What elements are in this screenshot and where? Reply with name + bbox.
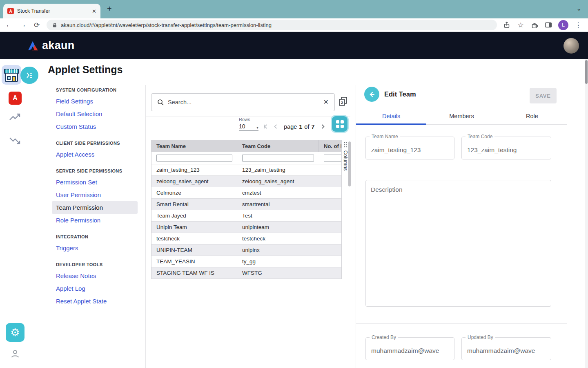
- share-icon[interactable]: [503, 21, 511, 29]
- tab-role[interactable]: Role: [497, 108, 567, 124]
- account-person-icon[interactable]: [10, 349, 20, 359]
- menu-section-client-side-permissions: CLIENT SIDE PERMISSIONS Applet Access: [52, 141, 138, 161]
- menu-section-title: SERVER SIDE PERMISSIONS: [56, 168, 138, 173]
- expand-menu-icon: [25, 71, 33, 79]
- sidebar-item-release-notes[interactable]: Release Notes: [52, 269, 138, 282]
- expand-sidebar-button[interactable]: [20, 67, 38, 84]
- akaun-logo[interactable]: akaun: [26, 39, 75, 52]
- column-header-no-of-members[interactable]: No. of Me: [319, 140, 342, 152]
- team-permission-table: Team Name Team Code No. of Me zaim_testi…: [151, 140, 342, 279]
- filter-input-team-name[interactable]: [156, 155, 232, 162]
- reload-icon[interactable]: ⟳: [33, 21, 41, 29]
- sidebar-item-triggers[interactable]: Triggers: [52, 242, 138, 254]
- bookmark-star-icon[interactable]: ☆: [517, 21, 525, 29]
- settings-gear-button[interactable]: ⚙: [6, 323, 24, 342]
- tab-title: Stock Transfer: [17, 8, 89, 14]
- sidebar-item-reset-applet-state[interactable]: Reset Applet State: [52, 295, 138, 307]
- sidebar-item-field-settings[interactable]: Field Settings: [52, 95, 138, 108]
- back-button[interactable]: [364, 87, 379, 102]
- page-title: Applet Settings: [48, 64, 122, 76]
- user-avatar[interactable]: [564, 38, 579, 54]
- page-scrollbar-track[interactable]: [585, 59, 588, 368]
- tab-members[interactable]: Members: [426, 108, 497, 124]
- team-name-field: Team Name: [365, 137, 454, 159]
- sidebar-item-default-selection[interactable]: Default Selection: [52, 108, 138, 120]
- description-textarea[interactable]: [366, 180, 551, 306]
- menu-section-title: DEVELOPER TOOLS: [56, 262, 138, 267]
- columns-label: Columns: [343, 150, 348, 171]
- search-input[interactable]: [168, 99, 319, 105]
- search-box: ✕: [151, 93, 335, 111]
- tab-close-icon[interactable]: ✕: [92, 9, 96, 14]
- duplicate-view-icon[interactable]: 2: [338, 96, 348, 106]
- browser-tab[interactable]: A Stock Transfer ✕: [3, 4, 100, 18]
- team-code-input[interactable]: [462, 137, 551, 159]
- clear-search-icon[interactable]: ✕: [323, 99, 329, 105]
- table-scrollbar[interactable]: [348, 141, 351, 186]
- table-row[interactable]: Celmonze cmztest: [151, 187, 342, 199]
- table-row[interactable]: TEAM_YEASIN ty_gg: [151, 256, 342, 267]
- trending-down-icon[interactable]: [9, 135, 20, 146]
- page-indicator: page 1 of 7: [284, 123, 315, 130]
- sidebar-item-applet-access[interactable]: Applet Access: [52, 148, 138, 161]
- pdf-applet-icon[interactable]: A: [9, 92, 22, 105]
- screen: A Stock Transfer ✕ + ⌄ ← → ⟳ akaun.cloud…: [0, 0, 588, 368]
- columns-panel-toggle[interactable]: Columns: [343, 141, 348, 171]
- save-button[interactable]: SAVE: [530, 88, 557, 103]
- stock-transfer-applet-icon[interactable]: [2, 66, 20, 84]
- browser-menu-kebab-icon[interactable]: ⋮: [574, 21, 582, 29]
- team-name-input[interactable]: [366, 137, 454, 159]
- tab-details[interactable]: Details: [356, 108, 426, 124]
- table-row[interactable]: STAGING TEAM WF IS WFSTG: [151, 267, 342, 279]
- url-text: akaun.cloud/#/applet/tnt/wavelet/erp/sto…: [61, 22, 272, 28]
- logo-text: akaun: [42, 39, 75, 52]
- menu-section-title: INTEGRATION: [56, 234, 138, 239]
- extensions-puzzle-icon[interactable]: [530, 21, 539, 29]
- sidebar-item-team-permission[interactable]: Team Permission: [52, 201, 138, 214]
- drag-grip-icon: [343, 141, 347, 148]
- sidebar-item-user-permission[interactable]: User Permission: [52, 188, 138, 201]
- sidebar-item-applet-log[interactable]: Applet Log: [52, 282, 138, 295]
- created-by-input[interactable]: [366, 338, 454, 360]
- table-header-row: Team Name Team Code No. of Me: [151, 140, 342, 152]
- sidebar-item-permission-set[interactable]: Permission Set: [52, 176, 138, 188]
- grid-view-button[interactable]: [332, 116, 347, 132]
- menu-section-title: SYSTEM CONFIGURATION: [56, 88, 138, 92]
- sidebar-item-custom-status[interactable]: Custom Status: [52, 120, 138, 133]
- table-row[interactable]: Unipin Team unipinteam: [151, 222, 342, 233]
- browser-toolbar: ← → ⟳ akaun.cloud/#/applet/tnt/wavelet/e…: [0, 18, 588, 32]
- trending-up-icon[interactable]: [9, 112, 20, 123]
- updated-by-input[interactable]: [462, 338, 551, 360]
- side-panel-icon[interactable]: [544, 21, 552, 29]
- forward-icon[interactable]: →: [19, 21, 27, 29]
- prev-page-button[interactable]: [272, 123, 279, 130]
- divider-panels: [356, 85, 356, 368]
- table-row[interactable]: zaim_testing_123 123_zaim_testing: [151, 164, 342, 176]
- rows-per-page: Rows 10 ▾: [239, 117, 258, 131]
- gear-icon: ⚙: [10, 326, 20, 339]
- table-row[interactable]: Smart Rental smartrental: [151, 199, 342, 210]
- table-row[interactable]: UNIPIN-TEAM unipinx: [151, 245, 342, 256]
- browser-profile-avatar[interactable]: L: [558, 20, 568, 30]
- back-arrow-icon: [368, 90, 376, 99]
- back-icon[interactable]: ←: [5, 21, 13, 29]
- page-scrollbar-thumb[interactable]: [585, 60, 588, 84]
- menu-section-title: CLIENT SIDE PERMISSIONS: [56, 141, 138, 146]
- column-header-team-code[interactable]: Team Code: [237, 140, 319, 152]
- akaun-logo-icon: [26, 40, 39, 52]
- next-page-button[interactable]: [319, 123, 326, 130]
- url-bar[interactable]: akaun.cloud/#/applet/tnt/wavelet/erp/sto…: [47, 20, 497, 30]
- sidebar-item-role-permission[interactable]: Role Permission: [52, 214, 138, 227]
- pagination: page 1 of 7: [263, 123, 336, 130]
- menu-section-server-side-permissions: SERVER SIDE PERMISSIONS Permission Set U…: [52, 168, 138, 227]
- new-tab-button[interactable]: +: [107, 4, 112, 13]
- table-row[interactable]: Team Jayed Test: [151, 210, 342, 222]
- tab-search-chevron-icon[interactable]: ⌄: [576, 5, 581, 11]
- table-row[interactable]: testcheck testcheck: [151, 233, 342, 245]
- rows-per-page-select[interactable]: 10 ▾: [239, 123, 258, 131]
- first-page-button[interactable]: [263, 123, 270, 130]
- filter-input-no-of-members[interactable]: [324, 155, 342, 162]
- filter-input-team-code[interactable]: [242, 155, 314, 162]
- column-header-team-name[interactable]: Team Name: [151, 140, 237, 152]
- table-row[interactable]: zeloong_sales_agent zeloong_sales_agent: [151, 176, 342, 187]
